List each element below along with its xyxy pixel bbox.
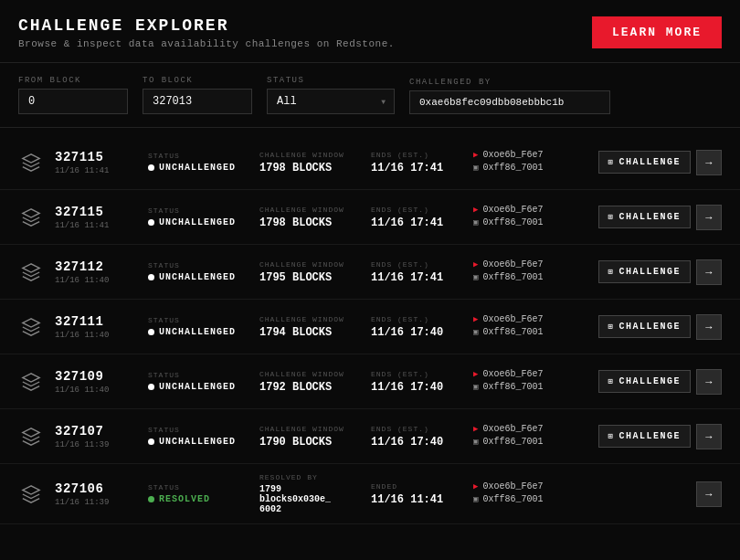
storage-icon: ▣ <box>473 327 478 337</box>
addresses-section: ▶ 0xoe6b_F6e7 ▣ 0xff86_7001 <box>473 259 587 285</box>
address-1: 0xoe6b_F6e7 <box>482 205 543 215</box>
to-block-input[interactable] <box>143 89 252 114</box>
address-2: 0xff86_7001 <box>482 217 543 227</box>
play-icon: ▶ <box>473 205 478 215</box>
ends-section: ENDS (EST.) 11/16 17:41 <box>371 151 462 174</box>
ends-label: ENDS (EST.) <box>371 425 462 433</box>
window-section: CHALLENGE WINDOW 1798 BLOCKS <box>259 151 360 174</box>
play-icon: ▶ <box>473 424 478 434</box>
challenge-btn-icon: ⊞ <box>608 157 615 167</box>
challenge-button[interactable]: ⊞ CHALLENGE <box>598 315 691 338</box>
challenge-button[interactable]: ⊞ CHALLENGE <box>598 260 691 283</box>
status-dot <box>148 496 154 502</box>
status-section: STATUS UNCHALLENGED <box>148 316 248 337</box>
arrow-button[interactable]: → <box>696 205 722 230</box>
window-label: RESOLVED BY <box>259 473 360 481</box>
challenge-btn-icon: ⊞ <box>608 376 615 386</box>
challenge-btn-label: CHALLENGE <box>618 431 681 441</box>
window-value: 1790 BLOCKS <box>259 436 360 449</box>
block-date: 11/16 11:40 <box>55 276 137 285</box>
block-number: 327106 <box>55 481 137 496</box>
window-section: CHALLENGE WINDOW 1792 BLOCKS <box>259 370 360 394</box>
challenged-by-input[interactable] <box>409 90 610 114</box>
status-text: UNCHALLENGED <box>159 272 236 282</box>
block-icon <box>18 424 44 449</box>
block-date: 11/16 11:39 <box>55 440 137 449</box>
challenge-button[interactable]: ⊞ CHALLENGE <box>598 425 691 448</box>
block-date: 11/16 11:40 <box>55 331 137 340</box>
arrow-button[interactable]: → <box>696 314 722 340</box>
play-icon: ▶ <box>473 369 478 379</box>
header-left: CHALLENGE EXPLORER Browse & inspect data… <box>18 16 395 49</box>
challenge-button[interactable]: ⊞ CHALLENGE <box>598 370 691 393</box>
status-section-label: STATUS <box>148 206 248 215</box>
status-section: STATUS UNCHALLENGED <box>148 152 248 173</box>
address-row-2: ▣ 0xff86_7001 <box>473 382 587 392</box>
ends-section: ENDS (EST.) 11/16 17:40 <box>371 370 462 394</box>
address-1: 0xoe6b_F6e7 <box>482 481 543 491</box>
address-1: 0xoe6b_F6e7 <box>482 314 543 324</box>
window-value: 1799blocks0x030e_6002 <box>259 484 360 514</box>
arrow-button[interactable]: → <box>696 150 722 175</box>
block-date: 11/16 11:41 <box>55 166 137 175</box>
block-number: 327107 <box>55 424 137 438</box>
block-number: 327109 <box>55 369 137 384</box>
window-section: CHALLENGE WINDOW 1798 BLOCKS <box>259 206 360 229</box>
storage-icon: ▣ <box>473 494 478 504</box>
challenge-btn-label: CHALLENGE <box>618 376 681 386</box>
challenge-row: 327107 11/16 11:39 STATUS UNCHALLENGED C… <box>0 409 740 464</box>
block-info: 327109 11/16 11:40 <box>55 369 137 395</box>
window-section: CHALLENGE WINDOW 1790 BLOCKS <box>259 425 360 449</box>
ends-section: ENDED 11/16 11:41 <box>371 482 462 506</box>
window-value: 1794 BLOCKS <box>259 326 360 339</box>
header: CHALLENGE EXPLORER Browse & inspect data… <box>0 0 740 63</box>
arrow-button[interactable]: → <box>696 424 722 449</box>
from-block-label: FROM BLOCK <box>18 76 128 85</box>
arrow-button[interactable]: → <box>696 259 722 285</box>
app-container: CHALLENGE EXPLORER Browse & inspect data… <box>0 0 740 532</box>
arrow-button[interactable]: → <box>696 369 722 395</box>
ends-section: ENDS (EST.) 11/16 17:41 <box>371 206 462 229</box>
block-date: 11/16 11:40 <box>55 386 137 395</box>
addresses-section: ▶ 0xoe6b_F6e7 ▣ 0xff86_7001 <box>473 314 587 340</box>
challenge-btn-icon: ⊞ <box>608 322 615 332</box>
window-section: RESOLVED BY 1799blocks0x030e_6002 <box>259 473 360 514</box>
filters-bar: FROM BLOCK TO BLOCK STATUS All Unchallen… <box>0 63 740 128</box>
block-icon <box>18 314 44 340</box>
status-select[interactable]: All Unchallenged Challenged Resolved <box>267 89 395 114</box>
ends-value: 11/16 17:41 <box>371 217 462 229</box>
block-icon <box>18 369 44 395</box>
challenges-list: 327115 11/16 11:41 STATUS UNCHALLENGED C… <box>0 128 740 532</box>
arrow-button[interactable]: → <box>696 481 722 507</box>
address-1: 0xoe6b_F6e7 <box>482 259 543 269</box>
block-info: 327115 11/16 11:41 <box>55 150 137 175</box>
ends-section: ENDS (EST.) 11/16 17:40 <box>371 425 462 449</box>
status-label: STATUS <box>267 76 395 85</box>
page-title: CHALLENGE EXPLORER <box>18 16 395 35</box>
from-block-filter: FROM BLOCK <box>18 76 128 114</box>
address-row-1: ▶ 0xoe6b_F6e7 <box>473 205 587 215</box>
address-row-2: ▣ 0xff86_7001 <box>473 494 685 504</box>
status-section-label: STATUS <box>148 316 248 324</box>
challenge-button[interactable]: ⊞ CHALLENGE <box>598 151 691 174</box>
status-filter: STATUS All Unchallenged Challenged Resol… <box>267 76 395 114</box>
challenge-button[interactable]: ⊞ CHALLENGE <box>598 206 691 228</box>
address-2: 0xff86_7001 <box>482 494 543 504</box>
ends-section: ENDS (EST.) 11/16 17:40 <box>371 315 462 339</box>
learn-more-button[interactable]: LEARN MORE <box>592 16 722 48</box>
status-text: RESOLVED <box>159 494 210 504</box>
from-block-input[interactable] <box>18 89 128 114</box>
ends-value: 11/16 17:41 <box>371 162 462 174</box>
window-value: 1798 BLOCKS <box>259 217 360 229</box>
status-badge: UNCHALLENGED <box>148 382 248 392</box>
window-value: 1795 BLOCKS <box>259 271 360 284</box>
block-number: 327112 <box>55 259 137 274</box>
storage-icon: ▣ <box>473 382 478 392</box>
block-icon <box>18 481 44 507</box>
window-label: CHALLENGE WINDOW <box>259 151 360 159</box>
actions: ⊞ CHALLENGE → <box>598 150 722 175</box>
status-text: UNCHALLENGED <box>159 217 236 227</box>
challenged-by-label: CHALLENGED BY <box>409 78 610 87</box>
play-icon: ▶ <box>473 481 478 491</box>
address-row-1: ▶ 0xoe6b_F6e7 <box>473 369 587 379</box>
